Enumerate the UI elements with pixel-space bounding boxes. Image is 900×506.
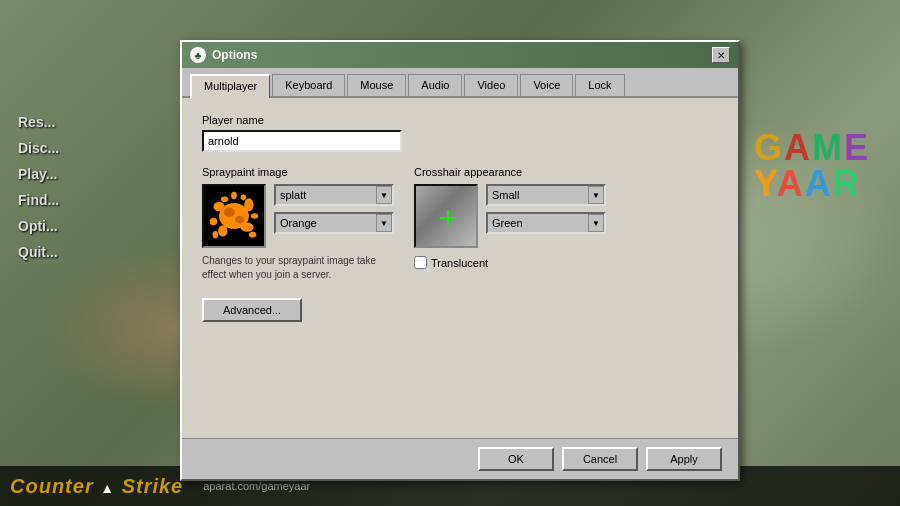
crosshair-label: Crosshair appearance [414, 166, 718, 178]
crosshair-svg [416, 186, 478, 248]
player-name-label: Player name [202, 114, 718, 126]
bottom-logo-strike: Strike [122, 475, 184, 497]
spraypaint-row: splatt logo star ▼ Orange Red Blue [202, 184, 394, 248]
bottom-url: aparat.com/gameyaar [203, 480, 310, 492]
crosshair-size-select[interactable]: Small Medium Large [486, 184, 606, 206]
svg-point-2 [244, 198, 253, 211]
sidebar-item-play[interactable]: Play... [10, 162, 170, 186]
svg-point-5 [210, 218, 217, 225]
crosshair-color-select[interactable]: Green Red Blue [486, 212, 606, 234]
cancel-button[interactable]: Cancel [562, 447, 638, 471]
advanced-button[interactable]: Advanced... [202, 298, 302, 322]
game-logo: GAME YAAR [754, 130, 870, 202]
options-dialog: ♣ Options ✕ Multiplayer Keyboard Mouse A… [180, 40, 740, 481]
tab-video[interactable]: Video [464, 74, 518, 96]
close-button[interactable]: ✕ [712, 47, 730, 63]
sidebar-item-disc[interactable]: Disc... [10, 136, 170, 160]
translucent-label: Translucent [431, 257, 488, 269]
spraypaint-color-select[interactable]: Orange Red Blue [274, 212, 394, 234]
ok-button[interactable]: OK [478, 447, 554, 471]
crosshair-size-wrapper: Small Medium Large ▼ [486, 184, 606, 206]
splat-image [206, 188, 262, 244]
spraypaint-section: Spraypaint image [202, 166, 394, 282]
tab-multiplayer[interactable]: Multiplayer [190, 74, 270, 98]
apply-button[interactable]: Apply [646, 447, 722, 471]
dialog-footer: OK Cancel Apply [182, 438, 738, 479]
svg-point-8 [221, 196, 228, 202]
spraypaint-type-select[interactable]: splatt logo star [274, 184, 394, 206]
crosshair-preview-inner [416, 186, 476, 246]
spraypaint-note: Changes to your spraypaint image take ef… [202, 254, 382, 282]
crosshair-row: Small Medium Large ▼ Green Red Blue [414, 184, 718, 248]
player-name-input[interactable] [202, 130, 402, 152]
tab-voice[interactable]: Voice [520, 74, 573, 96]
svg-point-11 [213, 231, 219, 238]
svg-point-9 [241, 195, 247, 201]
tab-mouse[interactable]: Mouse [347, 74, 406, 96]
dialog-title-left: ♣ Options [190, 47, 257, 63]
sidebar-item-res[interactable]: Res... [10, 110, 170, 134]
svg-point-1 [213, 202, 224, 211]
dialog-title: Options [212, 48, 257, 62]
player-name-group: Player name [202, 114, 718, 152]
svg-point-4 [218, 225, 227, 236]
tabs-container: Multiplayer Keyboard Mouse Audio Video V… [182, 70, 738, 98]
crosshair-dropdowns: Small Medium Large ▼ Green Red Blue [486, 184, 606, 234]
svg-point-3 [241, 223, 254, 232]
steam-icon: ♣ [190, 47, 206, 63]
dialog-content: Player name Spraypaint image [182, 98, 738, 438]
tab-keyboard[interactable]: Keyboard [272, 74, 345, 96]
tab-audio[interactable]: Audio [408, 74, 462, 96]
spraypaint-label: Spraypaint image [202, 166, 394, 178]
spraypaint-dropdowns: splatt logo star ▼ Orange Red Blue [274, 184, 394, 234]
crosshair-color-wrapper: Green Red Blue ▼ [486, 212, 606, 234]
sidebar-item-opti[interactable]: Opti... [10, 214, 170, 238]
bottom-logo: Counter ▲ Strike [10, 475, 183, 498]
svg-point-10 [249, 232, 256, 238]
sidebar-item-quit[interactable]: Quit... [10, 240, 170, 264]
translucent-row: Translucent [414, 256, 718, 269]
svg-point-6 [251, 213, 258, 219]
spraypaint-type-wrapper: splatt logo star ▼ [274, 184, 394, 206]
svg-point-13 [235, 216, 244, 223]
svg-point-12 [224, 208, 235, 217]
translucent-checkbox[interactable] [414, 256, 427, 269]
crosshair-section: Crosshair appearance [414, 166, 718, 282]
crosshair-preview [414, 184, 478, 248]
dialog-titlebar: ♣ Options ✕ [182, 42, 738, 68]
spraypaint-preview [202, 184, 266, 248]
two-columns: Spraypaint image [202, 166, 718, 282]
spraypaint-color-wrapper: Orange Red Blue ▼ [274, 212, 394, 234]
side-menu: Res... Disc... Play... Find... Opti... Q… [0, 100, 180, 274]
sidebar-item-find[interactable]: Find... [10, 188, 170, 212]
svg-point-7 [231, 192, 237, 199]
tab-lock[interactable]: Lock [575, 74, 624, 96]
bottom-logo-counter: Counter [10, 475, 94, 497]
